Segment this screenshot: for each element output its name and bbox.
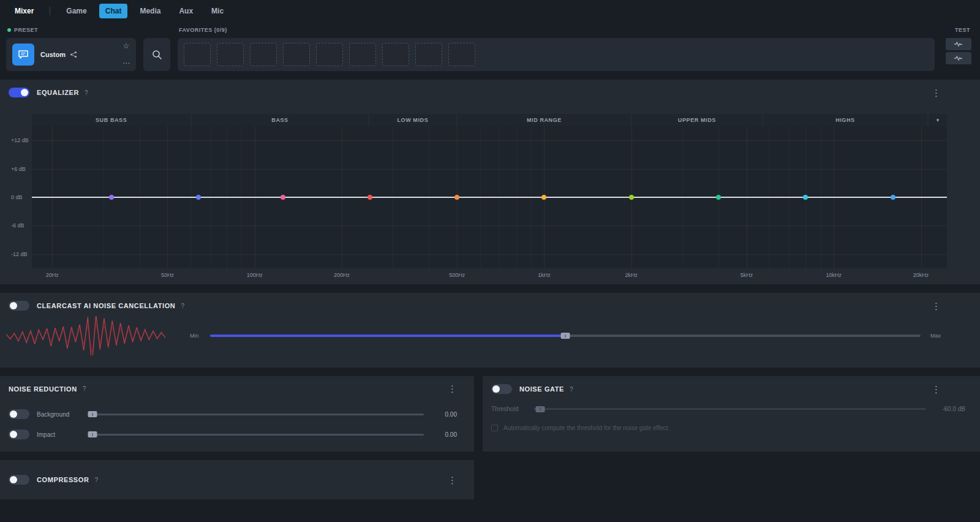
compressor-header: COMPRESSOR ? ⋮ (0, 460, 474, 499)
eq-band-dot-8000hz[interactable] (803, 195, 808, 200)
eq-band-dot-32hz[interactable] (109, 195, 114, 200)
nav-tab-mixer[interactable]: Mixer (9, 4, 40, 18)
kebab-menu-icon[interactable]: ⋮ (448, 384, 474, 393)
preset-column: PRESET Custom (6, 25, 136, 71)
noise-reduction-row-background: Background0.00 (9, 409, 457, 419)
top-nav-items: MixerGameChatMediaAuxMic (9, 4, 230, 18)
eq-band-dot-250hz[interactable] (368, 195, 372, 200)
impact-value: 0.00 (424, 431, 457, 438)
sonar-audio-app: MixerGameChatMediaAuxMic PRESET Custom (0, 0, 980, 522)
slider-handle[interactable] (88, 411, 97, 417)
share-icon[interactable] (70, 51, 77, 58)
kebab-menu-icon[interactable]: ⋮ (932, 385, 980, 394)
slider-handle[interactable] (560, 333, 570, 339)
threshold-row: Threshold -60.0 dB (491, 406, 965, 412)
test-label: TEST (943, 26, 970, 34)
toggle-knob (10, 476, 17, 483)
slider-handle[interactable] (535, 406, 545, 412)
favorite-slot[interactable] (316, 43, 343, 66)
eq-band-dot-2000hz[interactable] (629, 195, 634, 200)
noise-gate-content: Threshold -60.0 dB Automatically compute… (491, 406, 965, 431)
search-button[interactable] (143, 38, 170, 71)
eq-band-dot-125hz[interactable] (281, 195, 285, 200)
eq-band-dot-1000hz[interactable] (541, 195, 546, 200)
eq-y-axis: +12 dB+6 dB0 dB-6 dB-12 dB (0, 126, 32, 268)
nav-tab-aux[interactable]: Aux (173, 4, 199, 18)
eq-ytick: 0 dB (11, 194, 23, 200)
eq-band-strip: SUB BASSBASSLOW MIDSMID RANGEUPPER MIDSH… (32, 114, 947, 126)
auto-threshold-checkbox[interactable] (491, 425, 498, 431)
kebab-menu-icon[interactable]: ⋮ (932, 88, 980, 97)
preset-name: Custom (40, 51, 66, 58)
eq-xtick: 2kHz (625, 272, 638, 278)
clearcast-toggle[interactable] (9, 301, 29, 311)
preset-label-text: PRESET (14, 27, 38, 33)
favorite-slot[interactable] (184, 43, 211, 66)
favorites-slots (184, 43, 475, 66)
test-playback-button-2[interactable] (946, 52, 971, 64)
favorites-label: FAVORITES (0/9) (179, 26, 935, 34)
eq-band-dot-64hz[interactable] (196, 195, 201, 200)
nav-tab-mic[interactable]: Mic (205, 4, 230, 18)
chat-bubble-icon (18, 49, 29, 60)
favorite-slot[interactable] (250, 43, 277, 66)
eq-xtick: 500Hz (449, 272, 465, 278)
favorite-slot[interactable] (217, 43, 244, 66)
more-options-icon[interactable]: ⋯ (123, 59, 130, 67)
help-icon[interactable]: ? (181, 303, 184, 309)
clearcast-header: CLEARCAST AI NOISE CANCELLATION ? ⋮ (0, 293, 980, 316)
background-slider[interactable] (89, 414, 424, 415)
eq-band-mid-range: MID RANGE (458, 114, 631, 126)
noise-waveform-graphic (6, 316, 165, 355)
nav-tab-game[interactable]: Game (60, 4, 92, 18)
kebab-menu-icon[interactable]: ⋮ (932, 301, 980, 311)
favorite-slot[interactable] (283, 43, 310, 66)
eq-ytick: +6 dB (11, 166, 26, 172)
help-icon[interactable]: ? (94, 477, 98, 483)
threshold-slider[interactable] (534, 408, 926, 410)
eq-xtick: 20Hz (46, 272, 59, 278)
compressor-toggle[interactable] (9, 475, 29, 485)
background-toggle[interactable] (9, 409, 29, 419)
eq-zero-db-line (32, 197, 947, 198)
eq-graph[interactable] (32, 126, 947, 268)
favorite-slot[interactable] (349, 43, 376, 66)
impact-toggle[interactable] (9, 429, 29, 439)
noise-gate-header: NOISE GATE ? ⋮ (483, 376, 980, 399)
toggle-knob (10, 302, 17, 309)
star-icon[interactable]: ☆ (123, 42, 130, 50)
test-playback-button-1[interactable] (946, 38, 971, 50)
favorite-slot[interactable] (448, 43, 475, 66)
help-icon[interactable]: ? (85, 89, 88, 96)
eq-band-dot-4000hz[interactable] (716, 195, 721, 200)
help-icon[interactable]: ? (570, 386, 573, 393)
noise-reduction-rows: Background0.00Impact0.00 (0, 409, 474, 439)
favorite-slot[interactable] (382, 43, 409, 66)
nav-tab-chat[interactable]: Chat (99, 4, 128, 18)
clearcast-intensity-slider[interactable] (210, 335, 921, 337)
kebab-menu-icon[interactable]: ⋮ (448, 475, 474, 485)
noise-gate-toggle[interactable] (491, 384, 512, 394)
noise-gate-title: NOISE GATE (519, 385, 564, 393)
search-column (143, 25, 170, 71)
toggle-knob (492, 385, 500, 393)
eq-band-dot-500hz[interactable] (454, 195, 459, 200)
clearcast-content: Min Max (0, 316, 980, 368)
nav-tab-media[interactable]: Media (134, 4, 167, 18)
auto-threshold-row: Automatically compute the threshold for … (491, 425, 965, 431)
preset-card[interactable]: Custom ☆ ⋯ (6, 38, 136, 71)
slider-handle[interactable] (88, 431, 97, 437)
favorites-panel (178, 38, 935, 71)
compressor-panel: COMPRESSOR ? ⋮ (0, 460, 474, 499)
equalizer-toggle[interactable] (9, 88, 29, 97)
eq-ytick: -6 dB (11, 222, 24, 229)
eq-band-dot-16000hz[interactable] (891, 195, 895, 200)
favorite-slot[interactable] (415, 43, 442, 66)
eq-xtick: 50Hz (161, 272, 174, 278)
band-dropdown-arrow[interactable]: ▾ (929, 114, 947, 126)
impact-slider[interactable] (89, 434, 424, 436)
eq-xtick: 100Hz (247, 272, 263, 278)
help-icon[interactable]: ? (83, 385, 86, 392)
noise-reduction-row-impact: Impact0.00 (9, 429, 457, 439)
min-label: Min (190, 333, 199, 339)
